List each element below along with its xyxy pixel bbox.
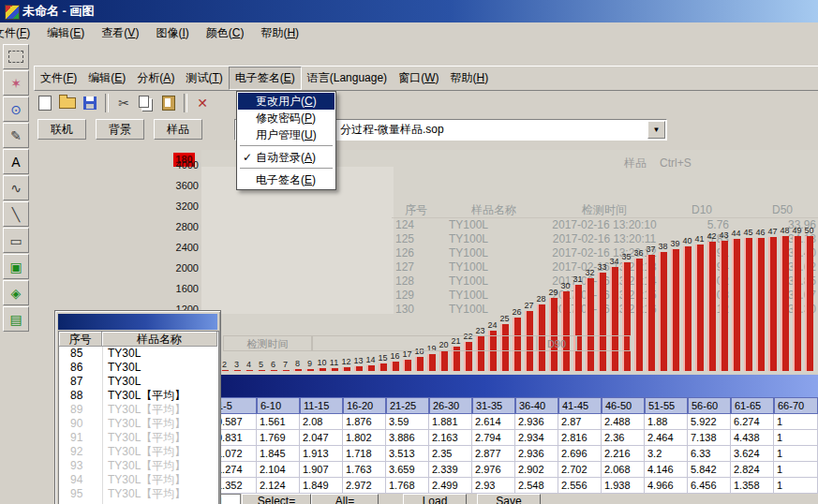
app-menu-item-7[interactable]: 窗口(W) [393, 67, 444, 89]
freeform-select-tool[interactable]: ✶ [3, 70, 29, 96]
list-item-cell[interactable]: TY30L [102, 375, 219, 389]
dist-cell: 3.513 [386, 446, 429, 462]
app-menu-item-6[interactable]: 语言(Language) [302, 67, 393, 89]
paint-menu-item-5[interactable]: 颜色(C) [198, 22, 253, 43]
sample-table-cell: 34.18 [749, 232, 818, 246]
select-tool[interactable] [3, 44, 29, 69]
dist-cell: 2.464 [645, 430, 688, 446]
paint-menu-item-3[interactable]: 查看(V) [93, 22, 147, 43]
toolbar-button-3[interactable]: 样品 [154, 119, 202, 140]
dist-cell: 2.816 [558, 430, 602, 446]
dist-cell: 5.922 [688, 414, 731, 430]
combobox-dropdown-arrow-icon[interactable]: ▼ [647, 121, 665, 139]
toolbar-separator [184, 94, 187, 112]
green-tool-3[interactable]: ▤ [3, 306, 29, 332]
dist-cell: 1.881 [429, 414, 472, 430]
menu-item-3[interactable]: 用户管理(U) [238, 126, 335, 143]
sample-table-cell: 33.96 [749, 218, 818, 232]
delete-icon[interactable]: ✕ [192, 93, 213, 113]
y-axis-tick: 2400 [167, 242, 199, 254]
toolbar-separator [105, 94, 109, 112]
app-menu-item-4[interactable]: 测试(T) [180, 67, 228, 89]
app-menu-item-8[interactable]: 帮助(H) [444, 67, 494, 89]
green-tool-1[interactable]: ▣ [3, 254, 29, 279]
footer-button-all[interactable]: All= [311, 494, 379, 504]
dist-header-7: 31-35 [472, 397, 515, 414]
paint-menu-item-2[interactable]: 编辑(E) [38, 22, 93, 43]
menu-item-label: 更改用户(C) [256, 95, 317, 108]
dist-cell: 1 [774, 462, 818, 478]
paste-icon[interactable] [158, 93, 179, 113]
save-file-icon[interactable] [80, 93, 100, 113]
rectangle-tool[interactable]: ▭ [3, 228, 29, 253]
sample-table-cell: 129 [394, 289, 440, 303]
dist-cell: 2.35 [429, 446, 472, 462]
dist-cell: 2.08 [300, 414, 343, 430]
distribution-window-title-bar[interactable] [214, 375, 818, 397]
y-axis-tick: 2000 [167, 262, 199, 274]
dist-cell: 3.59 [386, 414, 429, 430]
dist-cell: 2.696 [558, 446, 602, 462]
magnifier-tool[interactable]: ⊙ [3, 96, 29, 122]
dist-cell: 2.902 [515, 462, 558, 478]
dist-header-2: 6-10 [257, 397, 300, 414]
footer-button-load[interactable]: Load [403, 494, 467, 504]
menu-item-5[interactable]: ✓自动登录(A) [238, 149, 335, 166]
list-item-cell[interactable]: TY30L [102, 361, 219, 375]
footer-button-save[interactable]: Save [477, 494, 541, 504]
app-menu-item-3[interactable]: 分析(A) [131, 67, 180, 89]
list-item-cell[interactable]: TY30L [102, 347, 219, 361]
app-menu-item-2[interactable]: 编辑(E) [82, 67, 131, 89]
dist-header-14: 66-70 [774, 397, 818, 414]
menu-item-2[interactable]: 修改密码(P) [238, 110, 335, 126]
toolbar-button-1[interactable]: 联机 [37, 119, 86, 140]
pencil-tool[interactable]: ✎ [3, 123, 29, 148]
selection-rect-icon [8, 51, 23, 63]
sample-table-cell: 34.62 [749, 260, 818, 274]
dist-cell: 2.702 [558, 462, 602, 478]
sample-list-title-bar[interactable] [58, 314, 217, 330]
paint-menu-item-6[interactable]: 帮助(H) [252, 22, 307, 43]
sample-table-cell: 128 [394, 274, 440, 289]
list-item-cell: TY30L【平均】 [102, 473, 219, 487]
curve-tool[interactable]: ∿ [3, 175, 29, 200]
footer-button-select[interactable]: Select= [242, 494, 311, 504]
sample-table-cell: TY100L [441, 232, 554, 246]
copy-icon[interactable] [136, 93, 156, 113]
text-tool[interactable]: A [3, 149, 29, 174]
dist-cell: 2.824 [731, 462, 774, 478]
dist-cell: 1 [774, 446, 818, 462]
app-menu-item-1[interactable]: 文件(F) [35, 67, 82, 89]
dist-cell: 1.938 [602, 478, 645, 494]
paint-menu-item-1[interactable]: 文件(F) [0, 22, 38, 43]
list-item-cell[interactable]: TY30L【平均】 [102, 389, 219, 403]
paint-menu-item-4[interactable]: 图像(I) [147, 22, 197, 43]
sample-table-cell: 124 [394, 218, 440, 232]
dist-header-11: 51-55 [645, 397, 688, 414]
dist-cell: 1.718 [343, 446, 386, 462]
sample-table-cell: 5.76 [675, 218, 729, 232]
sample-table-header-1: 序号 [394, 203, 439, 217]
open-file-icon [59, 97, 76, 109]
dist-cell: 7.138 [688, 430, 731, 446]
new-file-icon[interactable] [35, 93, 55, 113]
dist-header-4: 16-20 [343, 397, 386, 414]
dist-cell: 2.216 [602, 446, 645, 462]
dist-cell: 1.768 [386, 478, 429, 494]
check-icon: ✓ [243, 149, 252, 166]
toolbar-button-2[interactable]: 背景 [96, 119, 144, 140]
menu-item-1[interactable]: 更改用户(C) [238, 93, 335, 110]
green-tool-2[interactable]: ◈ [3, 280, 29, 305]
dist-cell: 1.849 [300, 478, 343, 494]
cut-icon[interactable]: ✂ [113, 93, 134, 113]
sample-table-cell: 126 [394, 246, 440, 260]
sample-list-window: 序号样品名称85TY30L86TY30L87TY30L88TY30L【平均】89… [54, 310, 221, 504]
dist-cell: 2.556 [558, 478, 602, 494]
menu-item-7[interactable]: 电子签名(E) [238, 171, 335, 188]
sample-window-title: 样品Ctrl+S [624, 156, 705, 171]
line-tool[interactable]: ╲ [3, 201, 29, 227]
open-file-icon[interactable] [57, 93, 78, 113]
sample-table-cell: 35.30 [749, 303, 818, 317]
app-menu-item-5[interactable]: 电子签名(E) [229, 67, 302, 90]
dist-header-10: 46-50 [602, 397, 645, 414]
